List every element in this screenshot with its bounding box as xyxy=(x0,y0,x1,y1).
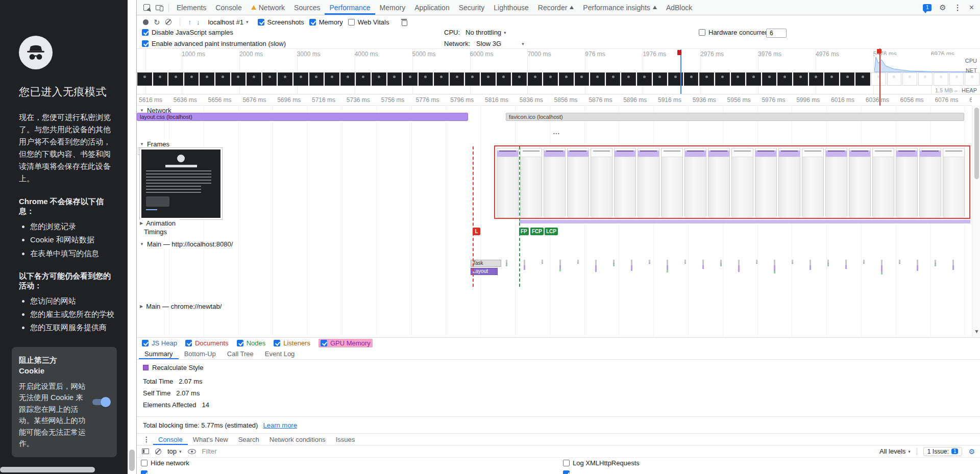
filmstrip-frame[interactable] xyxy=(137,72,152,86)
task-mark[interactable] xyxy=(827,260,829,266)
frame-screenshot[interactable] xyxy=(139,147,223,220)
task-mark[interactable] xyxy=(881,260,883,275)
frame-thumbnail[interactable] xyxy=(802,148,824,216)
screenshots-checkbox[interactable]: Screenshots xyxy=(258,18,304,26)
timing-badge[interactable]: FCP xyxy=(530,228,544,235)
drawer-menu-icon[interactable]: ⋮ xyxy=(143,435,150,443)
task-mark[interactable] xyxy=(810,260,811,270)
delete-recording-icon[interactable] xyxy=(401,19,407,26)
filmstrip-frame[interactable] xyxy=(887,72,902,86)
counter-checkbox[interactable]: GPU Memory xyxy=(318,339,373,347)
counter-checkbox[interactable]: Documents xyxy=(185,339,229,347)
hardware-concurrency-input[interactable]: 6 xyxy=(766,29,787,38)
frame-thumbnail[interactable] xyxy=(661,148,683,216)
filmstrip-frame[interactable] xyxy=(762,72,777,86)
filmstrip-frame[interactable] xyxy=(855,72,870,86)
filmstrip-frame[interactable] xyxy=(450,72,464,86)
record-icon[interactable] xyxy=(143,19,149,25)
web-vitals-checkbox[interactable]: Web Vitals xyxy=(348,18,389,26)
hardware-concurrency-checkbox[interactable]: Hardware concurrency xyxy=(699,29,775,36)
devtools-tab[interactable]: Security xyxy=(454,0,489,15)
filmstrip-frame[interactable] xyxy=(387,72,402,86)
frame-thumbnail[interactable] xyxy=(919,148,941,216)
frame-thumbnail[interactable] xyxy=(497,148,519,216)
filmstrip-frame[interactable] xyxy=(543,72,558,86)
horizontal-scrollbar[interactable] xyxy=(0,467,128,473)
filmstrip-frame[interactable] xyxy=(184,72,199,86)
overview-red-marker[interactable] xyxy=(879,48,880,106)
task-mark[interactable] xyxy=(774,260,775,273)
filmstrip-frame[interactable] xyxy=(512,72,527,86)
filmstrip-frame[interactable] xyxy=(590,72,605,86)
frame-thumbnail[interactable] xyxy=(825,148,847,216)
filmstrip-frame[interactable] xyxy=(934,72,948,86)
details-tab[interactable]: Call Tree xyxy=(222,348,259,359)
layout-event-bar[interactable]: Layout xyxy=(471,268,498,275)
filmstrip-frame[interactable] xyxy=(793,72,808,86)
filmstrip-frame[interactable] xyxy=(528,72,543,86)
task-mark[interactable] xyxy=(702,260,704,269)
network-request-bar[interactable]: layout.css (localhost) xyxy=(137,113,468,121)
filmstrip-frame[interactable] xyxy=(153,72,168,86)
task-mark[interactable] xyxy=(720,260,722,266)
close-devtools-icon[interactable]: × xyxy=(969,3,974,12)
drawer-tab[interactable]: What's New xyxy=(188,434,233,445)
frame-thumbnail[interactable] xyxy=(614,148,636,216)
counter-checkbox[interactable]: JS Heap xyxy=(142,339,177,347)
filmstrip-frame[interactable] xyxy=(575,72,590,86)
filmstrip-frame[interactable] xyxy=(824,72,839,86)
block-cookies-toggle[interactable] xyxy=(92,399,110,405)
task-mark[interactable] xyxy=(649,260,650,264)
filmstrip-frame[interactable] xyxy=(777,72,792,86)
filmstrip-frame[interactable] xyxy=(746,72,761,86)
save-profile-icon[interactable]: ↓ xyxy=(197,19,200,26)
tracks-vertical-scrollbar[interactable]: ▼ xyxy=(972,106,980,337)
frame-thumbnail[interactable] xyxy=(943,148,965,216)
filmstrip-frame[interactable] xyxy=(168,72,183,86)
timing-badge[interactable]: LCP xyxy=(545,228,558,235)
filmstrip-frame[interactable] xyxy=(309,72,324,86)
task-event-bar[interactable]: Task xyxy=(471,260,501,267)
devtools-tab[interactable]: Network xyxy=(247,0,289,15)
load-profile-icon[interactable]: ↑ xyxy=(188,19,192,26)
filmstrip-frame[interactable] xyxy=(356,72,371,86)
console-context-select[interactable]: top▾ xyxy=(167,447,182,455)
devtools-tab[interactable]: Performance xyxy=(325,0,375,15)
timeline-overview[interactable]: 1000 ms2000 ms3000 ms4000 ms5000 ms6000 … xyxy=(137,48,980,94)
devtools-tab[interactable]: Application xyxy=(410,0,454,15)
filmstrip-frame[interactable] xyxy=(965,72,979,86)
filmstrip-frame[interactable] xyxy=(434,72,449,86)
details-tab[interactable]: Summary xyxy=(139,348,179,359)
counter-checkbox[interactable]: Nodes xyxy=(237,339,266,347)
console-sidebar-icon[interactable] xyxy=(142,448,149,454)
drawer-tab[interactable]: Issues xyxy=(331,434,360,445)
filmstrip-frame[interactable] xyxy=(419,72,433,86)
task-mark[interactable] xyxy=(935,260,936,266)
frame-thumbnail[interactable] xyxy=(755,148,777,216)
task-mark[interactable] xyxy=(506,260,507,266)
frames-track-header[interactable]: ▼Frames xyxy=(140,140,174,148)
scrollbar-thumb[interactable] xyxy=(129,450,135,471)
console-settings-gear-icon[interactable]: ⚙ xyxy=(968,447,975,456)
task-mark[interactable] xyxy=(792,260,793,264)
recording-history-select[interactable]: localhost #1▾ xyxy=(208,18,249,26)
filmstrip-frame[interactable] xyxy=(200,72,214,86)
filmstrip-frame[interactable] xyxy=(215,72,230,86)
details-tab[interactable]: Event Log xyxy=(259,348,301,359)
filmstrip-frame[interactable] xyxy=(699,72,714,86)
scroll-down-icon[interactable]: ▼ xyxy=(972,329,980,334)
filmstrip-frame[interactable] xyxy=(231,72,246,86)
frame-thumbnail[interactable] xyxy=(638,148,659,216)
filmstrip-frame[interactable] xyxy=(606,72,621,86)
clipped-checkbox[interactable] xyxy=(141,470,148,474)
filmstrip-frame[interactable] xyxy=(403,72,418,86)
task-mark[interactable] xyxy=(756,260,757,264)
frame-thumbnail[interactable] xyxy=(591,148,612,216)
frames-selection-box[interactable] xyxy=(494,145,970,219)
details-tab[interactable]: Bottom-Up xyxy=(179,348,222,359)
clipped-checkbox[interactable] xyxy=(563,470,570,474)
filmstrip-frame[interactable] xyxy=(497,72,511,86)
clear-recording-icon[interactable] xyxy=(165,19,172,25)
learn-more-link[interactable]: Learn more xyxy=(263,421,297,429)
settings-gear-icon[interactable]: ⚙ xyxy=(939,3,946,12)
